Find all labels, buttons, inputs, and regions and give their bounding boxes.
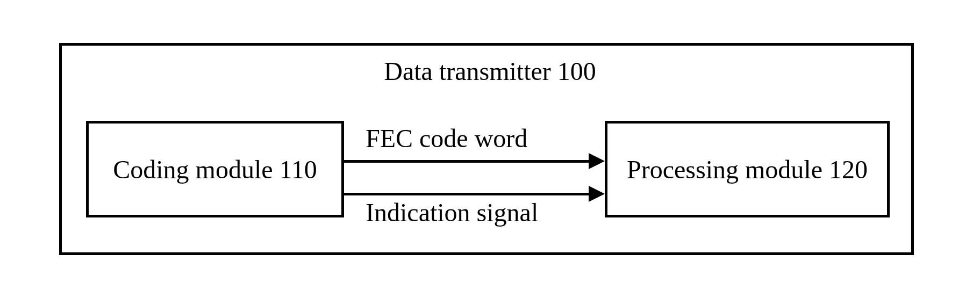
arrow-line: [344, 193, 592, 195]
arrow-line: [344, 160, 592, 163]
arrow-fec-code-word: [344, 153, 605, 169]
arrow-head-icon: [589, 153, 605, 169]
arrow-head-icon: [589, 186, 605, 202]
processing-module-label: Processing module 120: [627, 155, 868, 184]
coding-module-label: Coding module 110: [113, 155, 317, 184]
processing-module-box: Processing module 120: [605, 121, 890, 217]
diagram-title: Data transmitter 100: [0, 56, 980, 86]
coding-module-box: Coding module 110: [86, 121, 344, 217]
arrow-label-fec: FEC code word: [366, 124, 527, 153]
arrow-label-indication: Indication signal: [366, 198, 538, 227]
